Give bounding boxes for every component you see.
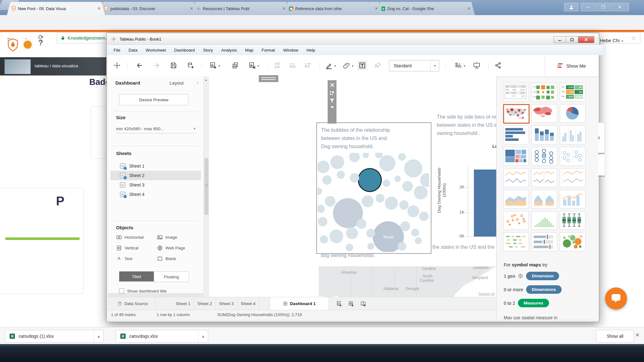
minimize-button[interactable]: — — [580, 3, 595, 11]
bubble-mark[interactable] — [363, 153, 369, 158]
show-me-highlight-table[interactable]: 1234546368380292053890 — [560, 83, 586, 102]
show-me-treemap[interactable] — [503, 147, 529, 166]
panel-collapse-icon[interactable]: ↕ — [197, 80, 199, 85]
undo-icon[interactable] — [135, 61, 144, 70]
fit-selector-dropdown[interactable]: Standard▼ — [389, 60, 439, 71]
bubble-mark[interactable] — [350, 173, 359, 183]
device-preview-button[interactable]: Device Preview — [119, 94, 188, 105]
show-me-symbol-map[interactable] — [503, 104, 530, 124]
bubble-mark[interactable] — [330, 229, 343, 243]
bubble-mark[interactable] — [367, 243, 374, 250]
show-me-text-table[interactable]: 1234678368303429202568971322 — [503, 83, 529, 102]
bubble-sheet-panel[interactable]: The bubbles of the relationshipbetween s… — [316, 122, 431, 254]
bubble-mark[interactable] — [325, 196, 336, 207]
bubble-mark[interactable] — [349, 153, 360, 162]
more-options-icon[interactable] — [330, 106, 334, 109]
tab-sheet-4[interactable]: Sheet 4 — [238, 297, 259, 310]
floating-button[interactable]: Floating — [154, 271, 189, 282]
bubble-mark[interactable] — [404, 159, 422, 178]
bubble-mark[interactable] — [414, 186, 428, 199]
show-mark-labels-icon[interactable] — [358, 61, 367, 70]
chevron-up-icon[interactable]: ▲ — [198, 330, 208, 342]
tab-dashboard[interactable]: Dashboard — [115, 80, 140, 86]
bubble-mark[interactable] — [383, 179, 390, 187]
bubble-mark[interactable] — [400, 221, 410, 231]
show-me-continuous-area[interactable] — [503, 190, 529, 209]
sheet-list-item[interactable]: Sheet 3 — [110, 180, 201, 190]
duplicate-sheet-icon[interactable] — [230, 61, 240, 70]
browser-tab[interactable]: Reference data from othe✕ — [284, 2, 382, 15]
sheet-list-item[interactable]: ✓ Sheet 1 — [110, 161, 201, 171]
bubble-mark[interactable] — [407, 205, 419, 217]
tableau-logo-icon[interactable] — [112, 61, 122, 70]
panel-drag-handle[interactable] — [259, 75, 278, 82]
bubble-mark[interactable] — [356, 219, 366, 229]
chevron-down-icon[interactable]: ▼ — [257, 64, 260, 68]
close-downloads-icon[interactable]: ✕ — [635, 332, 640, 338]
breadcrumb[interactable]: tableau / data-visualiza — [35, 64, 78, 68]
show-me-scatter-plot[interactable] — [503, 211, 529, 230]
bubble-mark[interactable] — [346, 244, 353, 251]
menu-analysis[interactable]: Analysis — [221, 48, 237, 53]
bubble-mark[interactable] — [318, 161, 330, 173]
scrollbar-thumb[interactable] — [204, 158, 208, 215]
bubble-mark[interactable] — [318, 187, 322, 195]
bubble-mark[interactable] — [415, 237, 422, 244]
sheet-list-item[interactable]: ✓ Sheet 4 — [110, 190, 201, 199]
tab-sheet-3[interactable]: Sheet 3 — [216, 297, 237, 310]
presentation-mode-icon[interactable] — [472, 61, 481, 70]
remove-panel-icon[interactable] — [330, 83, 335, 87]
menu-window[interactable]: Window — [283, 48, 298, 53]
object-item-blank[interactable]: Blank — [157, 256, 176, 262]
panel-vertical-scrollbar[interactable]: ▲ — [203, 76, 209, 297]
packed-bubbles-chart[interactable]: Texas — [318, 153, 429, 252]
browser-tab[interactable]: New Post - 09. Data Visua✕ — [7, 2, 105, 15]
show-me-side-by-side-circles[interactable] — [560, 147, 586, 166]
menu-file[interactable]: File — [114, 48, 120, 53]
show-me-side-by-side-bars[interactable] — [560, 125, 586, 144]
filter-icon[interactable] — [330, 98, 335, 103]
tab-close-icon[interactable]: ✕ — [96, 6, 102, 11]
close-button[interactable]: ✕ — [611, 3, 629, 11]
fix-axes-icon[interactable] — [373, 61, 383, 70]
download-chip[interactable]: catsvdogs (1).xlsx ▲ — [5, 330, 104, 343]
save-icon[interactable] — [169, 61, 178, 70]
new-dashboard-button[interactable] — [346, 297, 357, 310]
browser-tab[interactable]: Dog vs. Cat - Google She✕ — [377, 2, 475, 15]
redo-icon[interactable] — [152, 61, 161, 70]
menu-data[interactable]: Data — [129, 48, 138, 53]
tab-close-icon[interactable]: ✕ — [466, 6, 472, 11]
browser-tab[interactable]: publicdata - 03. Discover✕ — [99, 2, 197, 15]
go-to-sheet-icon[interactable] — [330, 90, 335, 95]
object-item-horizontal[interactable]: Horizontal — [116, 234, 144, 240]
bubble-mark[interactable] — [395, 176, 401, 182]
bubble-mark[interactable] — [346, 227, 358, 239]
object-item-vertical[interactable]: Vertical — [116, 245, 138, 251]
menu-map[interactable]: Map — [245, 48, 253, 53]
menu-story[interactable]: Story — [203, 48, 213, 53]
swap-axes-icon[interactable] — [273, 61, 282, 70]
show-title-row[interactable]: Show dashboard title — [119, 288, 167, 293]
tab-data-source[interactable]: Data Source — [110, 297, 155, 310]
show-me-bullet-graph[interactable] — [531, 232, 557, 251]
bubble-mark[interactable] — [398, 153, 406, 161]
show-me-toggle-button[interactable]: Show Me — [545, 55, 598, 77]
download-chip[interactable]: catsvdogs.xlsx ▲ — [116, 330, 208, 343]
show-me-dual-lines[interactable] — [560, 168, 586, 187]
highlight-icon[interactable] — [324, 61, 334, 70]
show-me-continuous-lines[interactable] — [503, 168, 529, 187]
bubble-mark[interactable] — [398, 242, 407, 251]
tableau-titlebar[interactable]: Tableau Public - Book1 — [107, 34, 598, 45]
bubble-mark[interactable] — [362, 195, 374, 207]
menu-dashboard[interactable]: Dashboard — [174, 48, 195, 53]
show-me-heat-map[interactable] — [531, 83, 557, 102]
help-mark[interactable]: ? — [38, 38, 43, 47]
show-me-stacked-bars[interactable] — [531, 125, 557, 144]
labels-icon[interactable] — [454, 61, 463, 70]
bubble-mark[interactable] — [411, 228, 419, 237]
chevron-down-icon[interactable]: ▼ — [334, 64, 336, 68]
bubble-mark[interactable] — [379, 155, 396, 171]
bubble-mark[interactable] — [318, 205, 325, 213]
show-title-checkbox[interactable] — [119, 288, 124, 293]
tab-sheet-2[interactable]: Sheet 2 — [194, 297, 215, 310]
